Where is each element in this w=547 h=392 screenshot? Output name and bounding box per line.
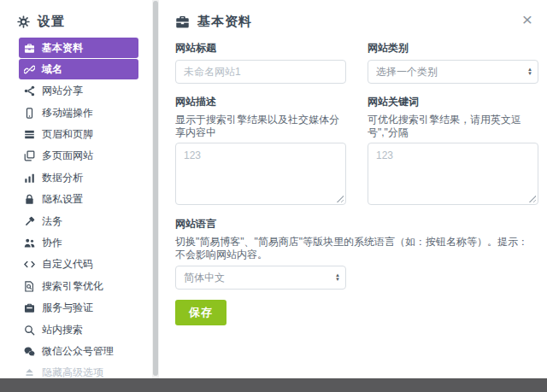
resize-grip-icon[interactable]: [337, 196, 344, 202]
sidebar-item-label: 网站分享: [42, 84, 83, 98]
close-icon[interactable]: ×: [518, 10, 537, 29]
share-icon: [24, 85, 35, 97]
people-icon: [24, 237, 35, 249]
site-title-label: 网站标题: [175, 41, 346, 56]
header-footer-icon: [24, 129, 35, 140]
sidebar-item-label: 站内搜索: [42, 323, 83, 337]
settings-sidebar: 设置 基本资料 域名 网站分享 移动端操作 页眉和页脚 多页面网站: [0, 0, 152, 378]
sidebar-item-label: 多页面网站: [42, 149, 93, 163]
sidebar-item-label: 域名: [42, 62, 62, 77]
link-icon: [24, 64, 35, 75]
site-keywords-label: 网站关键词: [368, 95, 538, 109]
gavel-icon: [24, 216, 35, 227]
sidebar-item-label: 隐私设置: [42, 192, 83, 207]
briefcase-icon: [175, 15, 190, 29]
form-row-2: 网站描述 显示于搜索引擎结果以及社交媒体分享内容中 网站关键词 可优化搜索引擎结…: [175, 95, 538, 205]
bar-chart-icon: [24, 173, 35, 184]
sidebar-item-mobile[interactable]: 移动端操作: [19, 102, 138, 123]
sidebar-item-domain[interactable]: 域名: [19, 59, 138, 79]
sidebar-item-label: 隐藏高级选项: [42, 366, 103, 378]
site-language-select[interactable]: 简体中文 ▲▼: [175, 266, 346, 290]
sidebar-item-label: 页眉和页脚: [42, 127, 93, 142]
select-arrows-icon: ▲▼: [527, 67, 532, 76]
site-category-field: 网站类别 选择一个类别 ▲▼: [368, 41, 538, 84]
sidebar-item-privacy[interactable]: 隐私设置: [19, 190, 138, 210]
settings-page: 设置 基本资料 域名 网站分享 移动端操作 页眉和页脚 多页面网站: [0, 0, 547, 392]
sidebar-item-legal[interactable]: 法务: [19, 211, 138, 231]
site-title-input[interactable]: [175, 60, 346, 84]
briefcase-icon: [24, 43, 35, 54]
basic-info-panel: 基本资料 × 网站标题 网站类别 选择一个类别 ▲▼ 网站描述 显示于搜索引擎结…: [159, 0, 547, 378]
select-arrows-icon: ▲▼: [335, 273, 340, 282]
sidebar-item-site-search[interactable]: 站内搜索: [19, 319, 138, 340]
sidebar-item-collaboration[interactable]: 协作: [19, 233, 138, 254]
sidebar-item-label: 自定义代码: [42, 257, 93, 272]
site-language-label: 网站语言: [175, 217, 538, 231]
site-keywords-hint: 可优化搜索引擎结果，请用英文逗号","分隔: [368, 114, 538, 139]
sidebar-scrollbar-thumb[interactable]: [153, 1, 158, 376]
sidebar-item-label: 服务与验证: [42, 301, 93, 315]
site-description-label: 网站描述: [175, 95, 346, 109]
sidebar-title: 设置: [17, 14, 152, 30]
sidebar-item-analytics[interactable]: 数据分析: [19, 167, 138, 188]
services-icon: [24, 302, 35, 313]
sidebar-item-wechat[interactable]: 微信公众号管理: [19, 341, 138, 361]
site-title-field: 网站标题: [175, 41, 346, 84]
sidebar-item-label: 基本资料: [42, 41, 83, 56]
panel-title: 基本资料: [197, 14, 252, 30]
resize-grip-icon[interactable]: [529, 196, 536, 202]
site-keywords-textarea[interactable]: [368, 143, 538, 204]
sidebar-item-label: 微信公众号管理: [42, 344, 114, 359]
sidebar-item-seo[interactable]: 搜索引擎优化: [19, 276, 138, 296]
lock-icon: [24, 194, 35, 205]
sidebar-scrollbar-track[interactable]: [152, 0, 159, 378]
site-description-textarea[interactable]: [176, 143, 345, 204]
site-language-field: 网站语言 切换"简易博客"、"简易商店"等版块里的系统语言（如：按钮名称等）。提…: [175, 217, 538, 290]
sidebar-item-basic-info[interactable]: 基本资料: [19, 38, 138, 58]
mobile-icon: [24, 108, 35, 119]
code-icon: [24, 259, 35, 270]
eject-icon: [24, 367, 35, 378]
sidebar-item-custom-code[interactable]: 自定义代码: [19, 255, 138, 275]
site-language-hint: 切换"简易博客"、"简易商店"等版块里的系统语言（如：按钮名称等）。提示：不会影…: [175, 236, 538, 261]
sidebar-item-site-share[interactable]: 网站分享: [19, 81, 138, 102]
sidebar-title-label: 设置: [38, 14, 65, 30]
save-button[interactable]: 保存: [175, 300, 226, 325]
seo-document-icon: [24, 281, 35, 292]
bottom-bar: [0, 378, 547, 392]
gear-icon: [17, 15, 30, 28]
sidebar-item-label: 数据分析: [42, 171, 83, 185]
site-category-label: 网站类别: [368, 41, 538, 56]
pages-icon: [24, 150, 35, 161]
sidebar-item-services[interactable]: 服务与验证: [19, 298, 138, 319]
site-description-hint: 显示于搜索引擎结果以及社交媒体分享内容中: [175, 114, 346, 139]
site-keywords-field: 网站关键词 可优化搜索引擎结果，请用英文逗号","分隔: [368, 95, 538, 205]
site-description-field: 网站描述 显示于搜索引擎结果以及社交媒体分享内容中: [175, 95, 346, 205]
site-language-value: 简体中文: [184, 271, 225, 285]
site-category-value: 选择一个类别: [376, 65, 438, 79]
search-icon: [24, 325, 35, 336]
sidebar-item-label: 搜索引擎优化: [42, 279, 103, 294]
sidebar-item-label: 移动端操作: [42, 106, 93, 120]
form-row-1: 网站标题 网站类别 选择一个类别 ▲▼: [175, 41, 538, 84]
sidebar-item-label: 协作: [42, 236, 62, 250]
panel-header: 基本资料: [175, 14, 538, 30]
sidebar-item-hide-advanced[interactable]: 隐藏高级选项: [19, 363, 138, 378]
sidebar-item-header-footer[interactable]: 页眉和页脚: [19, 125, 138, 145]
wechat-icon: [24, 346, 35, 357]
sidebar-item-multipage[interactable]: 多页面网站: [19, 146, 138, 167]
site-category-select[interactable]: 选择一个类别 ▲▼: [368, 60, 538, 84]
sidebar-item-label: 法务: [42, 214, 62, 229]
